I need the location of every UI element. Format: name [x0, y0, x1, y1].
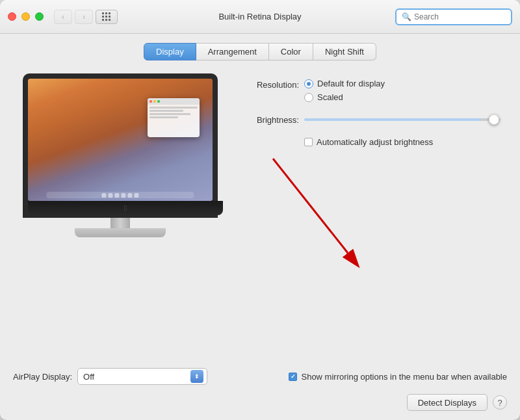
grid-dots-icon — [102, 12, 111, 21]
auto-brightness-label: Automatically adjust brightness — [317, 137, 433, 147]
auto-brightness-control: Automatically adjust brightness — [304, 137, 433, 147]
grid-view-button[interactable] — [96, 10, 118, 24]
resolution-options: Default for display Scaled — [304, 79, 385, 102]
resolution-default-option[interactable]: Default for display — [304, 79, 385, 88]
monitor-preview:  — [20, 73, 221, 350]
airplay-section: AirPlay Display: Off ⬍ — [13, 368, 207, 385]
svg-line-1 — [273, 159, 348, 253]
monitor-stand-base — [75, 228, 166, 237]
resolution-row: Resolution: Default for display Scaled — [240, 79, 500, 102]
radio-selected-indicator — [307, 82, 311, 86]
mini-close-dot — [150, 100, 152, 103]
search-icon: 🔍 — [402, 12, 411, 21]
tab-nightshift[interactable]: Night Shift — [313, 43, 376, 60]
screen-mini-body — [148, 105, 200, 122]
dock-icon-5 — [128, 193, 133, 198]
traffic-lights — [8, 12, 44, 21]
action-buttons: ✓ Show mirroring options in the menu bar… — [289, 372, 507, 382]
airplay-select-wrapper: Off ⬍ — [77, 368, 207, 385]
checkmark-icon: ✓ — [291, 374, 296, 380]
mirroring-label: Show mirroring options in the menu bar w… — [301, 372, 507, 382]
detect-displays-button[interactable]: Detect Displays — [407, 394, 488, 411]
screen-dock — [46, 192, 194, 198]
brightness-slider-track — [304, 118, 500, 121]
airplay-label: AirPlay Display: — [13, 372, 72, 382]
dock-icon-6 — [135, 193, 139, 198]
annotation-arrow-svg — [247, 146, 377, 276]
help-button[interactable]: ? — [493, 395, 507, 410]
resolution-default-label: Default for display — [317, 79, 385, 88]
maximize-button[interactable] — [35, 12, 44, 21]
screen-mini-titlebar — [148, 98, 200, 105]
settings-window: ‹ › Built-in Retina Display 🔍 Display Ar… — [0, 0, 520, 420]
dock-icon-1 — [102, 193, 107, 198]
resolution-scaled-radio[interactable] — [304, 93, 313, 102]
settings-panel: Resolution: Default for display Scaled — [240, 73, 500, 350]
monitor-screen — [28, 79, 213, 201]
screen-line-4 — [150, 116, 178, 118]
brightness-slider-container — [304, 114, 500, 125]
auto-brightness-checkbox[interactable] — [304, 138, 313, 146]
tab-color[interactable]: Color — [269, 43, 313, 60]
tab-bar: Display Arrangement Color Night Shift — [0, 34, 520, 67]
back-button[interactable]: ‹ — [54, 10, 72, 24]
titlebar: ‹ › Built-in Retina Display 🔍 — [0, 0, 520, 34]
arrow-annotation — [240, 159, 500, 350]
window-title: Built-in Retina Display — [218, 12, 301, 21]
resolution-label: Resolution: — [240, 79, 299, 90]
dock-icon-2 — [109, 193, 113, 198]
search-input[interactable] — [414, 12, 506, 21]
bottom-controls: AirPlay Display: Off ⬍ ✓ Show mirroring … — [0, 363, 520, 394]
nav-buttons: ‹ › — [54, 10, 93, 24]
search-box[interactable]: 🔍 — [395, 8, 512, 25]
tab-display[interactable]: Display — [144, 43, 196, 60]
mirroring-row: ✓ Show mirroring options in the menu bar… — [289, 372, 507, 382]
minimize-button[interactable] — [21, 12, 30, 21]
detect-bar: Detect Displays ? — [0, 394, 520, 420]
tab-arrangement[interactable]: Arrangement — [196, 43, 269, 60]
dock-icon-3 — [115, 193, 120, 198]
mini-minimize-dot — [153, 100, 156, 103]
resolution-default-radio[interactable] — [304, 79, 313, 88]
monitor-stand-neck — [110, 218, 130, 228]
screen-line-1 — [150, 107, 198, 109]
auto-brightness-row: Automatically adjust brightness — [240, 137, 500, 147]
brightness-label: Brightness: — [240, 114, 299, 125]
resolution-scaled-option[interactable]: Scaled — [304, 92, 385, 102]
main-content:  Resolution: Default for display — [0, 67, 520, 363]
apple-logo-icon:  — [124, 203, 127, 213]
dock-icon-4 — [122, 193, 126, 198]
monitor-chin:  — [28, 201, 223, 215]
screen-line-2 — [150, 110, 183, 112]
mirroring-checkbox[interactable]: ✓ — [289, 373, 297, 381]
mini-maximize-dot — [157, 100, 160, 103]
monitor-body:  — [23, 73, 218, 218]
brightness-slider-thumb[interactable] — [489, 114, 499, 125]
screen-window-preview — [148, 98, 200, 137]
forward-button[interactable]: › — [75, 10, 93, 24]
brightness-row: Brightness: — [240, 114, 500, 125]
airplay-select[interactable]: Off — [77, 368, 207, 385]
resolution-scaled-label: Scaled — [317, 92, 343, 102]
screen-line-3 — [150, 113, 190, 115]
close-button[interactable] — [8, 12, 16, 21]
screen-wallpaper — [28, 79, 213, 201]
